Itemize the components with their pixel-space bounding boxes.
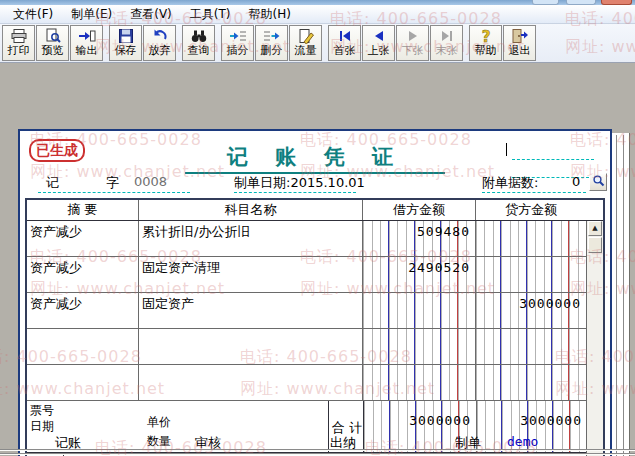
menu-view[interactable]: 查看(V) [121, 4, 181, 25]
help-button[interactable]: ? 帮助 [469, 25, 502, 61]
attachment-underline [482, 192, 586, 193]
credit-cell[interactable] [476, 221, 586, 256]
insert-split-button[interactable]: 插分 [221, 25, 254, 61]
text-cursor [506, 143, 507, 156]
total-debit-amount: 3000000 [409, 413, 471, 428]
exit-door-icon [511, 27, 529, 44]
menu-help[interactable]: 帮助(H) [240, 4, 300, 25]
date-value[interactable]: 2015.10.01 [290, 175, 364, 190]
scrollbar-thumb[interactable] [588, 237, 602, 253]
binoculars-icon [190, 27, 208, 44]
delete-row-icon [263, 27, 281, 44]
insert-row-icon [229, 27, 247, 44]
previous-voucher-button[interactable]: 上张 [362, 25, 395, 61]
voucher-word-label: 记 [46, 174, 59, 192]
scroll-up-button[interactable]: ▲ [588, 221, 602, 236]
print-button[interactable]: 打印 [2, 25, 35, 61]
first-voucher-button[interactable]: 首张 [328, 25, 361, 61]
debit-cell[interactable] [363, 293, 476, 328]
account-cell[interactable]: 固定资产 [139, 293, 363, 328]
menu-bar: 文件(F) 制单(E) 查看(V) 工具(T) 帮助(H) [0, 5, 635, 24]
insert-split-label: 插分 [227, 44, 249, 58]
account-cell[interactable] [139, 329, 363, 364]
debit-cell[interactable]: 509480 [363, 221, 476, 256]
previous-voucher-label: 上张 [368, 44, 390, 58]
print-label: 打印 [8, 44, 30, 58]
save-button[interactable]: 保存 [109, 25, 142, 61]
account-cell[interactable]: 固定资产清理 [139, 257, 363, 292]
attachment-lookup-button[interactable] [589, 173, 607, 191]
voucher-page-stack [612, 133, 630, 456]
summary-cell[interactable] [27, 365, 139, 400]
discard-label: 放弃 [149, 44, 171, 58]
export-label: 输出 [76, 44, 98, 58]
table-row: 资产减少 累计折旧/办公折旧 509480 [27, 221, 603, 257]
debit-amount: 2490520 [408, 260, 470, 275]
voucher-title: 记 账 凭 证 [185, 143, 445, 174]
help-label: 帮助 [475, 44, 497, 58]
debit-cell[interactable]: 2490520 [363, 257, 476, 292]
last-voucher-label: 末张 [436, 44, 458, 58]
export-button[interactable]: 输出 [70, 25, 103, 61]
preview-icon [44, 27, 62, 44]
attachment-count-field[interactable]: 0 [572, 174, 580, 189]
export-icon [78, 27, 96, 44]
account-cell[interactable] [139, 365, 363, 400]
table-header-row: 摘 要 科目名称 借方金额 贷方金额 [27, 200, 603, 221]
next-voucher-button[interactable]: 下张 [396, 25, 429, 61]
summary-cell[interactable]: 资产减少 [27, 221, 139, 256]
status-stamp: 已生成 [29, 139, 85, 162]
preparer-name: demo [507, 434, 538, 449]
query-label: 查询 [188, 44, 210, 58]
unit-price-label: 单价 [147, 414, 171, 431]
attachment-count-label: 附单据数: [482, 174, 538, 192]
signature-row: 记账 审核 出纳 制单 demo [18, 434, 612, 450]
credit-cell[interactable] [476, 329, 586, 364]
save-icon [117, 27, 135, 44]
help-icon: ? [477, 27, 495, 44]
cashflow-button[interactable]: 流量 [289, 25, 322, 61]
credit-cell[interactable]: 3000000 [476, 293, 586, 328]
preview-button[interactable]: 预览 [36, 25, 69, 61]
menu-file[interactable]: 文件(F) [4, 4, 62, 25]
summary-cell[interactable]: 资产减少 [27, 257, 139, 292]
header-debit: 借方金额 [363, 200, 476, 220]
status-divider [0, 449, 635, 451]
header-summary: 摘 要 [27, 200, 139, 220]
voucher-number-field[interactable]: 0008 [134, 174, 167, 189]
account-cell[interactable]: 累计折旧/办公折旧 [139, 221, 363, 256]
credit-cell[interactable] [476, 365, 586, 400]
blank-field-line[interactable] [512, 159, 594, 160]
last-voucher-button[interactable]: 末张 [430, 25, 463, 61]
next-voucher-label: 下张 [402, 44, 424, 58]
total-credit-amount: 3000000 [520, 413, 582, 428]
menu-tools[interactable]: 工具(T) [181, 4, 240, 25]
voucher-date-field[interactable]: 制单日期:2015.10.01 [234, 174, 365, 192]
exit-label: 退出 [509, 44, 531, 58]
header-account: 科目名称 [139, 200, 363, 220]
table-row: 资产减少 固定资产清理 2490520 [27, 257, 603, 293]
query-button[interactable]: 查询 [182, 25, 215, 61]
discard-button[interactable]: 放弃 [143, 25, 176, 61]
preview-label: 预览 [42, 44, 64, 58]
status-divider [0, 453, 635, 455]
magnifier-icon [592, 174, 605, 190]
credit-cell[interactable] [476, 257, 586, 292]
next-icon [404, 27, 422, 44]
exit-button[interactable]: 退出 [503, 25, 536, 61]
voucher-word-underline [38, 192, 190, 193]
toolbar: 打印 预览 输出 保存 放弃 查询 插分 删分 流量 首张 上张 [0, 24, 635, 63]
delete-split-button[interactable]: 删分 [255, 25, 288, 61]
debit-cell[interactable] [363, 329, 476, 364]
vertical-scrollbar[interactable]: ▲ ▼ [586, 221, 603, 456]
voucher-table: 摘 要 科目名称 借方金额 贷方金额 资产减少 累计折旧/办公折旧 509480… [25, 198, 605, 456]
date-underline [234, 192, 356, 193]
svg-text:?: ? [481, 28, 490, 44]
save-label: 保存 [115, 44, 137, 58]
header-credit: 贷方金额 [476, 200, 586, 220]
menu-make-voucher[interactable]: 制单(E) [62, 4, 121, 25]
ticket-number-label: 票号 [30, 402, 54, 419]
summary-cell[interactable] [27, 329, 139, 364]
summary-cell[interactable]: 资产减少 [27, 293, 139, 328]
debit-cell[interactable] [363, 365, 476, 400]
